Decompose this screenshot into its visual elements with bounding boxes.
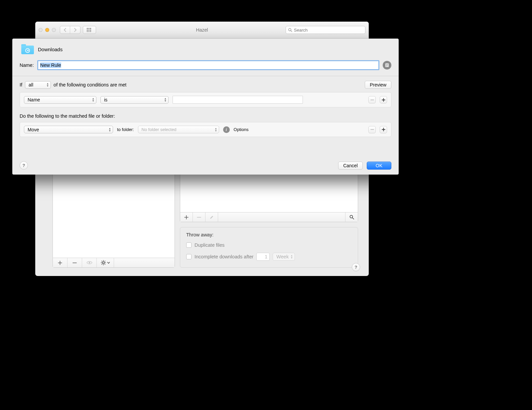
preview-button[interactable]: Preview [365, 81, 391, 89]
cancel-button[interactable]: Cancel [338, 162, 363, 170]
minus-icon [197, 215, 201, 219]
svg-rect-2 [90, 28, 91, 29]
svg-rect-5 [90, 30, 91, 31]
note-icon [385, 63, 389, 68]
svg-line-18 [104, 264, 105, 265]
plus-icon [58, 261, 62, 265]
destination-folder-select[interactable]: No folder selected [138, 126, 219, 133]
nav-back-forward [60, 26, 80, 34]
search-icon [349, 215, 354, 219]
action-row: Move to folder: No folder selected i Opt… [20, 122, 391, 137]
forward-button[interactable] [70, 26, 80, 34]
notes-button[interactable] [383, 61, 391, 69]
svg-point-21 [350, 215, 352, 218]
minus-icon [72, 261, 77, 265]
rules-footer [180, 212, 358, 222]
minimize-window-button[interactable] [45, 28, 49, 32]
condition-row: Name is [20, 92, 391, 107]
duplicate-files-label: Duplicate files [195, 242, 224, 248]
add-rule-button[interactable] [180, 212, 193, 222]
chevron-down-icon [107, 262, 110, 264]
svg-rect-8 [90, 31, 91, 32]
back-button[interactable] [60, 26, 70, 34]
actions-label: Do the following to the matched file or … [20, 113, 391, 119]
svg-line-17 [101, 261, 102, 262]
if-prefix: If [20, 82, 22, 87]
plus-icon [382, 128, 385, 131]
folder-actions-menu[interactable] [97, 258, 114, 267]
svg-rect-7 [88, 31, 89, 32]
condition-scope-select[interactable]: all [25, 81, 51, 89]
throw-away-panel: Throw away: Duplicate files Incomplete d… [180, 227, 358, 268]
grid-icon [87, 28, 92, 32]
rule-editor-sheet: Downloads Name: If all of the following … [12, 39, 399, 175]
throw-away-title: Throw away: [186, 232, 352, 237]
grid-view-button[interactable] [83, 26, 96, 34]
chevron-left-icon [64, 28, 67, 32]
duplicate-files-checkbox[interactable] [186, 242, 192, 248]
eye-icon [86, 261, 92, 265]
remove-condition-button[interactable] [368, 96, 376, 103]
zoom-window-button[interactable] [52, 28, 56, 32]
svg-line-19 [101, 264, 102, 265]
minus-icon [370, 98, 374, 102]
plus-icon [184, 215, 189, 219]
incomplete-downloads-label: Incomplete downloads after [195, 254, 253, 259]
divider [12, 76, 399, 76]
name-field-wrap [37, 60, 379, 70]
svg-rect-6 [87, 31, 88, 32]
rule-name-input[interactable] [38, 61, 378, 69]
chevron-right-icon [73, 28, 77, 32]
options-label[interactable]: Options [234, 127, 249, 132]
sheet-help-button[interactable]: ? [20, 161, 28, 170]
svg-rect-0 [87, 28, 88, 29]
add-action-button[interactable] [380, 126, 387, 133]
folder-name: Downloads [38, 47, 63, 52]
remove-folder-button[interactable] [67, 258, 82, 267]
svg-line-10 [291, 31, 292, 32]
ok-button[interactable]: OK [367, 162, 391, 170]
folders-footer [53, 258, 175, 267]
window-controls [39, 28, 56, 32]
duplicate-files-row: Duplicate files [186, 242, 352, 248]
search-icon [288, 28, 292, 32]
condition-attribute-select[interactable]: Name [24, 96, 96, 104]
gear-icon [101, 260, 106, 265]
close-window-button[interactable] [39, 28, 43, 32]
search-rules-button[interactable] [345, 212, 358, 222]
svg-point-12 [102, 262, 104, 264]
svg-rect-4 [88, 30, 89, 31]
incomplete-downloads-row: Incomplete downloads after 1 Week ▴▾ [186, 253, 352, 261]
incomplete-downloads-unit[interactable]: Week ▴▾ [273, 253, 295, 261]
svg-rect-1 [88, 28, 89, 29]
add-folder-button[interactable] [53, 258, 67, 267]
toolbar-search-input[interactable] [294, 28, 363, 33]
conditions-header: If all of the following conditions are m… [20, 81, 391, 89]
rule-name-row: Name: [20, 60, 391, 70]
svg-line-20 [104, 261, 105, 262]
edit-rule-button[interactable] [205, 212, 218, 222]
titlebar: Hazel [35, 22, 369, 39]
info-icon[interactable]: i [223, 126, 230, 133]
svg-rect-3 [87, 30, 88, 31]
incomplete-downloads-checkbox[interactable] [186, 254, 192, 259]
help-button[interactable]: ? [352, 263, 360, 271]
plus-icon [382, 98, 385, 102]
name-label: Name: [20, 63, 34, 68]
preview-folder-button[interactable] [82, 258, 97, 267]
remove-rule-button[interactable] [193, 212, 205, 222]
to-folder-label: to folder: [117, 127, 134, 132]
toolbar-search[interactable] [286, 26, 365, 34]
add-condition-button[interactable] [380, 96, 387, 103]
condition-value-input[interactable] [173, 96, 303, 104]
minus-icon [370, 128, 374, 131]
folder-header: Downloads [20, 44, 391, 54]
svg-line-22 [352, 218, 354, 219]
incomplete-downloads-value[interactable]: 1 [256, 253, 270, 261]
action-verb-select[interactable]: Move [24, 126, 113, 133]
sheet-footer: ? Cancel OK [20, 157, 391, 170]
if-suffix: of the following conditions are met [54, 82, 126, 87]
condition-operator-select[interactable]: is [100, 96, 169, 104]
pencil-icon [209, 215, 214, 219]
remove-action-button[interactable] [368, 126, 376, 133]
